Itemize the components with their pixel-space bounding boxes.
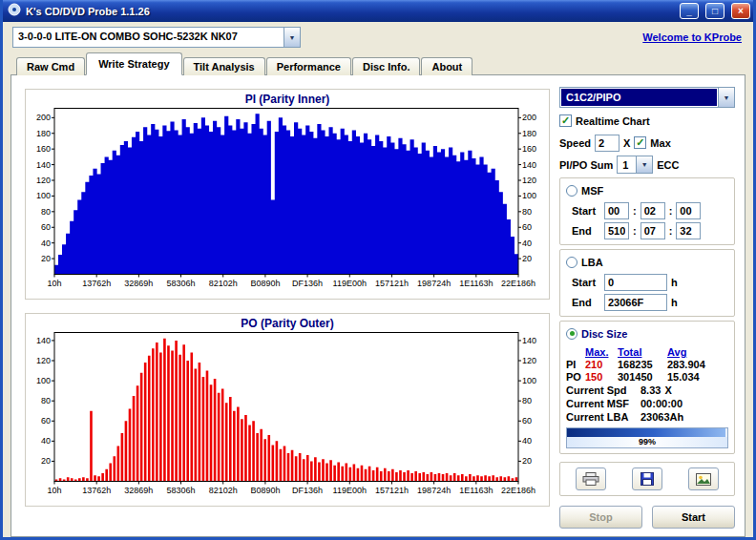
lba-end-label: End — [572, 297, 600, 308]
lba-end-input[interactable] — [604, 294, 667, 311]
svg-text:60: 60 — [41, 222, 51, 232]
stats-table: Max. Total Avg PI 210 168235 283.904 PO … — [566, 346, 728, 448]
lba-radio[interactable] — [566, 257, 578, 268]
tab-about[interactable]: About — [421, 57, 472, 75]
app-window: K's CD/DVD Probe 1.1.26 _ □ × 3-0-0-0 LI… — [0, 0, 756, 540]
svg-text:20: 20 — [522, 254, 532, 263]
svg-text:120: 120 — [522, 356, 536, 365]
svg-text:20: 20 — [41, 456, 51, 466]
pi-total-value: 168235 — [618, 359, 667, 370]
msf-end-sec-input[interactable] — [640, 222, 665, 239]
disc-size-radio[interactable] — [566, 328, 578, 340]
close-icon: × — [738, 7, 744, 16]
chevron-down-icon: ▼ — [724, 94, 730, 101]
lba-label: LBA — [581, 257, 603, 268]
current-lba-label: Current LBA — [566, 411, 637, 423]
pi-avg-value: 283.904 — [667, 359, 717, 370]
drive-selector-value: 3-0-0-0 LITE-ON COMBO SOHC-5232K NK07 — [13, 28, 284, 47]
msf-start-frame-input[interactable] — [676, 202, 701, 219]
disc-size-label: Disc Size — [581, 328, 627, 340]
realtime-chart-checkbox[interactable]: ✓ — [559, 114, 572, 127]
mode-selector-dropdown-button[interactable]: ▼ — [718, 88, 734, 107]
tab-write-strategy[interactable]: Write Strategy — [86, 52, 181, 75]
disc-size-group: Disc Size Max. Total Avg PI 210 168235 2… — [559, 321, 735, 454]
tab-tilt-analysis[interactable]: Tilt Analysis — [183, 57, 265, 75]
close-button[interactable]: × — [731, 3, 750, 19]
lba-start-input[interactable] — [604, 274, 667, 291]
current-msf-label: Current MSF — [566, 398, 637, 409]
msf-end-min-input[interactable] — [604, 222, 629, 239]
msf-start-min-input[interactable] — [604, 202, 629, 219]
svg-text:160: 160 — [522, 144, 536, 154]
msf-separator: : — [633, 225, 637, 237]
title-bar[interactable]: K's CD/DVD Probe 1.1.26 _ □ × — [3, 0, 753, 22]
pi-row-label: PI — [566, 359, 585, 370]
svg-text:60: 60 — [41, 416, 51, 426]
svg-text:60: 60 — [522, 416, 532, 426]
msf-label: MSF — [581, 185, 603, 197]
msf-separator: : — [633, 205, 637, 217]
svg-text:200: 200 — [36, 113, 51, 122]
speed-label: Speed — [559, 137, 591, 149]
msf-start-sec-input[interactable] — [640, 202, 665, 219]
svg-text:119E00h: 119E00h — [333, 486, 367, 495]
svg-text:180: 180 — [522, 129, 536, 138]
tab-disc-info[interactable]: Disc Info. — [352, 57, 421, 75]
po-max-value: 150 — [585, 371, 618, 383]
msf-separator: : — [669, 205, 673, 217]
toolbar — [559, 462, 735, 496]
svg-text:60: 60 — [522, 222, 532, 232]
check-icon: ✓ — [561, 115, 570, 126]
speed-input[interactable] — [595, 135, 620, 152]
tab-page: PI (Parity Inner) 2020404060608080100100… — [10, 74, 746, 537]
tab-performance[interactable]: Performance — [266, 57, 351, 75]
minimize-button[interactable]: _ — [680, 3, 699, 19]
pipo-sum-value: 1 — [618, 156, 636, 173]
maximize-button[interactable]: □ — [705, 3, 724, 19]
stop-button[interactable]: Stop — [559, 506, 642, 529]
drive-selector[interactable]: 3-0-0-0 LITE-ON COMBO SOHC-5232K NK07 ▼ — [12, 27, 301, 48]
tab-raw-cmd[interactable]: Raw Cmd — [16, 57, 85, 75]
maximize-icon: □ — [712, 7, 718, 16]
svg-text:198724h: 198724h — [417, 486, 451, 495]
current-lba-value: 23063Ah — [640, 411, 683, 423]
svg-text:120: 120 — [36, 356, 51, 365]
mode-selector[interactable]: C1C2/PIPO ▼ — [559, 87, 735, 108]
svg-text:DF136h: DF136h — [292, 279, 323, 288]
max-speed-checkbox[interactable]: ✓ — [634, 136, 646, 149]
start-button[interactable]: Start — [652, 506, 735, 529]
save-button[interactable] — [632, 467, 662, 490]
svg-text:119E00h: 119E00h — [333, 279, 367, 288]
svg-text:58306h: 58306h — [167, 279, 196, 288]
stats-header-avg: Avg — [667, 346, 717, 358]
svg-text:120: 120 — [36, 176, 51, 185]
svg-text:1E1163h: 1E1163h — [459, 486, 493, 495]
lba-unit-label: h — [671, 297, 678, 308]
run-controls: Stop Start — [559, 506, 735, 529]
pi-max-value: 210 — [585, 359, 618, 370]
pipo-sum-selector[interactable]: 1 ▼ — [617, 156, 653, 174]
svg-text:22E186h: 22E186h — [501, 486, 536, 495]
svg-text:100: 100 — [36, 376, 51, 385]
minimize-icon: _ — [686, 7, 692, 16]
stats-header-total: Total — [618, 346, 667, 358]
svg-text:198724h: 198724h — [417, 279, 451, 288]
image-icon — [696, 473, 711, 486]
svg-text:10h: 10h — [47, 486, 61, 495]
mode-selector-value: C1C2/PIPO — [561, 89, 717, 106]
progress-bar: 99% — [566, 427, 728, 448]
msf-end-frame-input[interactable] — [676, 222, 701, 239]
print-button[interactable] — [576, 467, 606, 490]
svg-text:140: 140 — [522, 160, 536, 170]
drive-selector-dropdown-button[interactable]: ▼ — [284, 28, 300, 47]
pipo-sum-dropdown-button[interactable]: ▼ — [636, 156, 652, 173]
export-image-button[interactable] — [688, 467, 719, 490]
welcome-link[interactable]: Welcome to KProbe — [642, 31, 742, 43]
pi-chart-title: PI (Parity Inner) — [28, 93, 547, 108]
svg-text:100: 100 — [522, 191, 536, 200]
svg-text:58306h: 58306h — [167, 486, 196, 495]
svg-text:22E186h: 22E186h — [501, 279, 536, 288]
svg-text:13762h: 13762h — [82, 486, 111, 495]
msf-radio[interactable] — [566, 185, 578, 197]
msf-group: MSF Start : : End : : — [559, 177, 735, 245]
